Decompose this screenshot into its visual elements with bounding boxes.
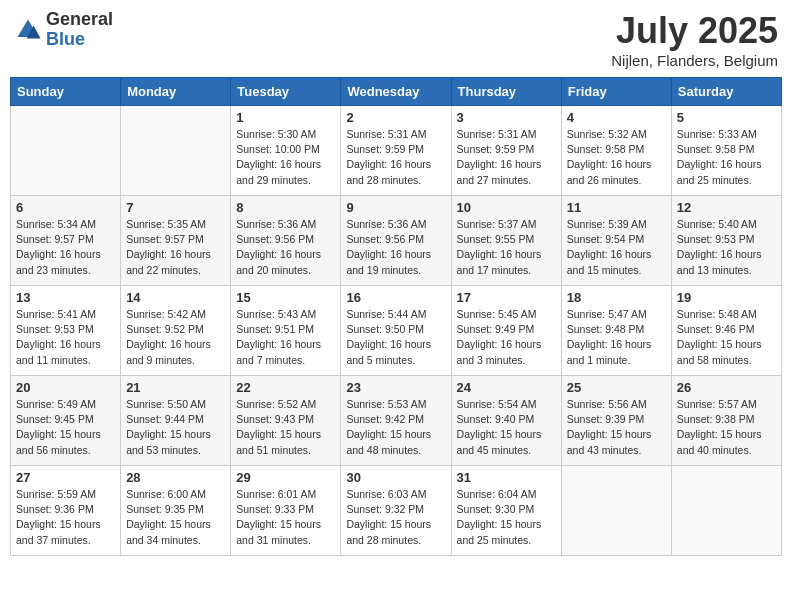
day-number: 19 [677, 290, 776, 305]
day-detail: Sunrise: 5:41 AM Sunset: 9:53 PM Dayligh… [16, 307, 115, 368]
calendar-cell: 22Sunrise: 5:52 AM Sunset: 9:43 PM Dayli… [231, 376, 341, 466]
day-number: 30 [346, 470, 445, 485]
week-row-4: 20Sunrise: 5:49 AM Sunset: 9:45 PM Dayli… [11, 376, 782, 466]
calendar-cell [121, 106, 231, 196]
day-detail: Sunrise: 6:01 AM Sunset: 9:33 PM Dayligh… [236, 487, 335, 548]
calendar-cell: 31Sunrise: 6:04 AM Sunset: 9:30 PM Dayli… [451, 466, 561, 556]
calendar-cell: 21Sunrise: 5:50 AM Sunset: 9:44 PM Dayli… [121, 376, 231, 466]
day-detail: Sunrise: 5:33 AM Sunset: 9:58 PM Dayligh… [677, 127, 776, 188]
calendar-cell: 12Sunrise: 5:40 AM Sunset: 9:53 PM Dayli… [671, 196, 781, 286]
calendar-cell: 6Sunrise: 5:34 AM Sunset: 9:57 PM Daylig… [11, 196, 121, 286]
calendar-cell: 10Sunrise: 5:37 AM Sunset: 9:55 PM Dayli… [451, 196, 561, 286]
day-number: 3 [457, 110, 556, 125]
day-number: 1 [236, 110, 335, 125]
day-number: 27 [16, 470, 115, 485]
header-cell-tuesday: Tuesday [231, 78, 341, 106]
day-detail: Sunrise: 5:31 AM Sunset: 9:59 PM Dayligh… [457, 127, 556, 188]
calendar-cell: 16Sunrise: 5:44 AM Sunset: 9:50 PM Dayli… [341, 286, 451, 376]
day-number: 28 [126, 470, 225, 485]
day-number: 2 [346, 110, 445, 125]
calendar-cell: 26Sunrise: 5:57 AM Sunset: 9:38 PM Dayli… [671, 376, 781, 466]
day-detail: Sunrise: 5:40 AM Sunset: 9:53 PM Dayligh… [677, 217, 776, 278]
day-number: 17 [457, 290, 556, 305]
location: Nijlen, Flanders, Belgium [611, 52, 778, 69]
day-detail: Sunrise: 5:36 AM Sunset: 9:56 PM Dayligh… [236, 217, 335, 278]
week-row-2: 6Sunrise: 5:34 AM Sunset: 9:57 PM Daylig… [11, 196, 782, 286]
calendar-cell: 15Sunrise: 5:43 AM Sunset: 9:51 PM Dayli… [231, 286, 341, 376]
month-year: July 2025 [611, 10, 778, 52]
week-row-3: 13Sunrise: 5:41 AM Sunset: 9:53 PM Dayli… [11, 286, 782, 376]
logo: General Blue [14, 10, 113, 50]
day-detail: Sunrise: 5:48 AM Sunset: 9:46 PM Dayligh… [677, 307, 776, 368]
day-number: 21 [126, 380, 225, 395]
day-number: 16 [346, 290, 445, 305]
day-detail: Sunrise: 5:36 AM Sunset: 9:56 PM Dayligh… [346, 217, 445, 278]
calendar-cell: 24Sunrise: 5:54 AM Sunset: 9:40 PM Dayli… [451, 376, 561, 466]
day-detail: Sunrise: 5:37 AM Sunset: 9:55 PM Dayligh… [457, 217, 556, 278]
calendar-cell: 4Sunrise: 5:32 AM Sunset: 9:58 PM Daylig… [561, 106, 671, 196]
day-detail: Sunrise: 5:30 AM Sunset: 10:00 PM Daylig… [236, 127, 335, 188]
day-detail: Sunrise: 5:43 AM Sunset: 9:51 PM Dayligh… [236, 307, 335, 368]
day-number: 26 [677, 380, 776, 395]
day-detail: Sunrise: 5:56 AM Sunset: 9:39 PM Dayligh… [567, 397, 666, 458]
day-detail: Sunrise: 5:52 AM Sunset: 9:43 PM Dayligh… [236, 397, 335, 458]
logo-text: General Blue [46, 10, 113, 50]
calendar-cell: 14Sunrise: 5:42 AM Sunset: 9:52 PM Dayli… [121, 286, 231, 376]
day-number: 20 [16, 380, 115, 395]
day-number: 9 [346, 200, 445, 215]
day-detail: Sunrise: 6:00 AM Sunset: 9:35 PM Dayligh… [126, 487, 225, 548]
day-number: 12 [677, 200, 776, 215]
day-detail: Sunrise: 5:32 AM Sunset: 9:58 PM Dayligh… [567, 127, 666, 188]
calendar-cell: 17Sunrise: 5:45 AM Sunset: 9:49 PM Dayli… [451, 286, 561, 376]
calendar-cell: 7Sunrise: 5:35 AM Sunset: 9:57 PM Daylig… [121, 196, 231, 286]
header-cell-thursday: Thursday [451, 78, 561, 106]
calendar-cell [561, 466, 671, 556]
calendar-cell: 29Sunrise: 6:01 AM Sunset: 9:33 PM Dayli… [231, 466, 341, 556]
header-cell-monday: Monday [121, 78, 231, 106]
day-number: 18 [567, 290, 666, 305]
day-number: 14 [126, 290, 225, 305]
day-detail: Sunrise: 5:50 AM Sunset: 9:44 PM Dayligh… [126, 397, 225, 458]
day-number: 15 [236, 290, 335, 305]
calendar-cell: 30Sunrise: 6:03 AM Sunset: 9:32 PM Dayli… [341, 466, 451, 556]
calendar-cell [671, 466, 781, 556]
day-detail: Sunrise: 5:31 AM Sunset: 9:59 PM Dayligh… [346, 127, 445, 188]
header-cell-sunday: Sunday [11, 78, 121, 106]
day-detail: Sunrise: 5:47 AM Sunset: 9:48 PM Dayligh… [567, 307, 666, 368]
day-detail: Sunrise: 5:42 AM Sunset: 9:52 PM Dayligh… [126, 307, 225, 368]
header-cell-friday: Friday [561, 78, 671, 106]
day-number: 24 [457, 380, 556, 395]
calendar-table: SundayMondayTuesdayWednesdayThursdayFrid… [10, 77, 782, 556]
header-row: SundayMondayTuesdayWednesdayThursdayFrid… [11, 78, 782, 106]
page-header: General Blue July 2025 Nijlen, Flanders,… [10, 10, 782, 69]
calendar-cell: 27Sunrise: 5:59 AM Sunset: 9:36 PM Dayli… [11, 466, 121, 556]
day-number: 4 [567, 110, 666, 125]
calendar-cell [11, 106, 121, 196]
calendar-cell: 5Sunrise: 5:33 AM Sunset: 9:58 PM Daylig… [671, 106, 781, 196]
day-number: 29 [236, 470, 335, 485]
header-cell-wednesday: Wednesday [341, 78, 451, 106]
day-detail: Sunrise: 5:54 AM Sunset: 9:40 PM Dayligh… [457, 397, 556, 458]
logo-general: General [46, 10, 113, 30]
day-number: 7 [126, 200, 225, 215]
calendar-cell: 3Sunrise: 5:31 AM Sunset: 9:59 PM Daylig… [451, 106, 561, 196]
day-detail: Sunrise: 5:34 AM Sunset: 9:57 PM Dayligh… [16, 217, 115, 278]
day-number: 23 [346, 380, 445, 395]
calendar-cell: 9Sunrise: 5:36 AM Sunset: 9:56 PM Daylig… [341, 196, 451, 286]
day-detail: Sunrise: 5:59 AM Sunset: 9:36 PM Dayligh… [16, 487, 115, 548]
day-detail: Sunrise: 5:44 AM Sunset: 9:50 PM Dayligh… [346, 307, 445, 368]
day-detail: Sunrise: 5:39 AM Sunset: 9:54 PM Dayligh… [567, 217, 666, 278]
calendar-cell: 18Sunrise: 5:47 AM Sunset: 9:48 PM Dayli… [561, 286, 671, 376]
day-number: 25 [567, 380, 666, 395]
day-detail: Sunrise: 5:53 AM Sunset: 9:42 PM Dayligh… [346, 397, 445, 458]
day-number: 6 [16, 200, 115, 215]
calendar-cell: 11Sunrise: 5:39 AM Sunset: 9:54 PM Dayli… [561, 196, 671, 286]
calendar-cell: 1Sunrise: 5:30 AM Sunset: 10:00 PM Dayli… [231, 106, 341, 196]
day-number: 22 [236, 380, 335, 395]
day-number: 13 [16, 290, 115, 305]
day-number: 5 [677, 110, 776, 125]
calendar-cell: 23Sunrise: 5:53 AM Sunset: 9:42 PM Dayli… [341, 376, 451, 466]
logo-blue: Blue [46, 30, 113, 50]
calendar-cell: 20Sunrise: 5:49 AM Sunset: 9:45 PM Dayli… [11, 376, 121, 466]
calendar-cell: 19Sunrise: 5:48 AM Sunset: 9:46 PM Dayli… [671, 286, 781, 376]
